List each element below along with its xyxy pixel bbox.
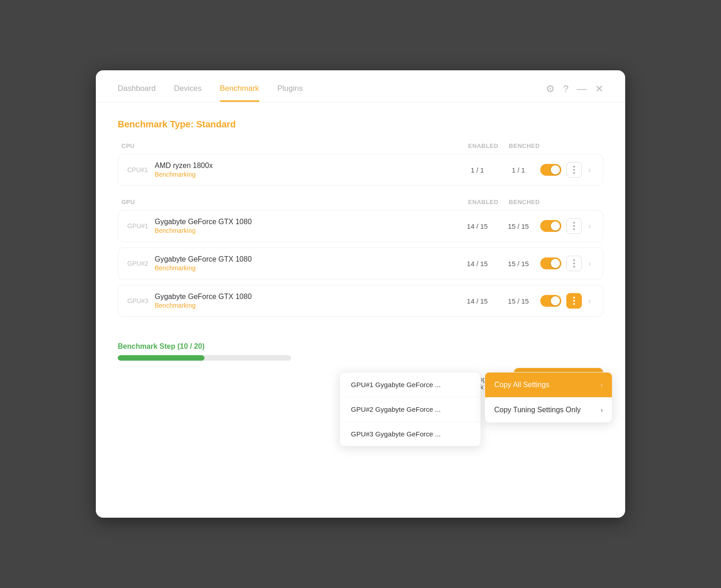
gpu2-chevron[interactable]: › — [585, 257, 594, 270]
cpu-row-1: CPU#1 AMD ryzen 1800x Benchmarking 1 / 1… — [118, 154, 603, 186]
cpu-benched-header: BENCHED — [504, 142, 545, 149]
gpu1-name: Gygabyte GeForce GTX 1080 — [155, 218, 457, 226]
nav-devices[interactable]: Devices — [174, 84, 201, 102]
gpu2-toggle[interactable] — [540, 257, 561, 269]
gpu-row-2: GPU#2 Gygabyte GeForce GTX 1080 Benchmar… — [118, 247, 603, 279]
gpu3-benched: 15 / 15 — [498, 297, 539, 305]
settings-icon[interactable]: ⚙ — [546, 83, 555, 95]
gpu1-benched: 15 / 15 — [498, 222, 539, 230]
minimize-icon[interactable]: — — [577, 83, 587, 95]
gpu2-name: Gygabyte GeForce GTX 1080 — [155, 255, 457, 263]
help-icon[interactable]: ? — [563, 83, 569, 95]
gpu1-status: Benchmarking — [155, 227, 457, 234]
nav-plugins[interactable]: Plugins — [277, 84, 303, 102]
gpu2-benched: 15 / 15 — [498, 260, 539, 268]
cpu-section-header: CPU ENABLED BENCHED — [118, 142, 603, 149]
nav-bar: Dashboard Devices Benchmark Plugins ⚙ ? … — [96, 70, 625, 103]
gpu2-toggle-wrap — [539, 257, 563, 269]
gpu-enabled-header: ENABLED — [463, 199, 504, 205]
gpu-row-1: GPU#1 Gygabyte GeForce GTX 1080 Benchmar… — [118, 210, 603, 242]
gpu1-toggle-wrap — [539, 220, 563, 232]
cpu1-toggle[interactable] — [540, 164, 561, 176]
gpu2-info: Gygabyte GeForce GTX 1080 Benchmarking — [155, 255, 457, 272]
main-window: Dashboard Devices Benchmark Plugins ⚙ ? … — [96, 70, 625, 518]
nav-links: Dashboard Devices Benchmark Plugins — [118, 84, 546, 102]
cpu-label: CPU — [121, 142, 463, 149]
gpu2-id: GPU#2 — [127, 260, 155, 267]
cpu1-dots-btn[interactable] — [566, 162, 582, 178]
copy-all-settings-btn[interactable]: Copy All Settings › — [485, 373, 612, 397]
gpu3-dots-btn[interactable] — [566, 293, 582, 309]
dropdown-overlay: GPU#1 Gygabyte GeForce ... GPU#2 Gygabyt… — [340, 372, 612, 448]
gpu1-enabled: 14 / 15 — [457, 222, 498, 230]
cpu1-name: AMD ryzen 1800x — [155, 162, 457, 170]
gpu-row-3: GPU#3 Gygabyte GeForce GTX 1080 Benchmar… — [118, 285, 603, 317]
nav-dashboard[interactable]: Dashboard — [118, 84, 156, 102]
content: Benchmark Type: Standard CPU ENABLED BEN… — [96, 103, 625, 317]
gpu-benched-header: BENCHED — [504, 199, 545, 205]
copy-tuning-chevron-icon: › — [601, 406, 603, 414]
cpu1-status: Benchmarking — [155, 171, 457, 178]
cpu1-enabled: 1 / 1 — [457, 166, 498, 174]
copy-all-chevron-icon: › — [601, 381, 603, 388]
benchmark-type: Benchmark Type: Standard — [118, 119, 603, 130]
cpu-enabled-header: ENABLED — [463, 142, 504, 149]
gpu1-toggle[interactable] — [540, 220, 561, 232]
cpu1-chevron[interactable]: › — [585, 163, 594, 177]
gpu1-chevron[interactable]: › — [585, 220, 594, 233]
gpu3-toggle[interactable] — [540, 295, 561, 307]
gpu-submenu-item-3[interactable]: GPU#3 Gygabyte GeForce ... — [340, 422, 481, 446]
cpu1-info: AMD ryzen 1800x Benchmarking — [155, 162, 457, 178]
benchmark-step-label: Benchmark Step (10 / 20) — [118, 342, 603, 351]
gpu3-status: Benchmarking — [155, 302, 457, 309]
progress-bar-fill — [118, 355, 204, 361]
close-icon[interactable]: ✕ — [595, 83, 603, 95]
nav-benchmark[interactable]: Benchmark — [220, 84, 259, 102]
cpu-section: CPU ENABLED BENCHED CPU#1 AMD ryzen 1800… — [118, 142, 603, 186]
nav-controls: ⚙ ? — ✕ — [546, 83, 603, 102]
gpu-label: GPU — [121, 199, 463, 205]
gpu3-enabled: 14 / 15 — [457, 297, 498, 305]
gpu-section-header: GPU ENABLED BENCHED — [118, 199, 603, 205]
gpu-submenu-item-2[interactable]: GPU#2 Gygabyte GeForce ... — [340, 397, 481, 422]
gpu2-enabled: 14 / 15 — [457, 260, 498, 268]
copy-menu: Copy All Settings › Copy Tuning Settings… — [485, 372, 612, 423]
progress-bar — [118, 355, 291, 361]
gpu-submenu-item-1[interactable]: GPU#1 Gygabyte GeForce ... — [340, 373, 481, 397]
gpu3-name: Gygabyte GeForce GTX 1080 — [155, 293, 457, 301]
gpu3-info: Gygabyte GeForce GTX 1080 Benchmarking — [155, 293, 457, 309]
cpu1-benched: 1 / 1 — [498, 166, 539, 174]
gpu2-dots-btn[interactable] — [566, 256, 582, 271]
gpu1-id: GPU#1 — [127, 222, 155, 230]
gpu3-toggle-wrap — [539, 295, 563, 307]
gpu1-info: Gygabyte GeForce GTX 1080 Benchmarking — [155, 218, 457, 234]
dropdown-row: GPU#1 Gygabyte GeForce ... GPU#2 Gygabyt… — [340, 372, 612, 448]
gpu1-dots-btn[interactable] — [566, 218, 582, 234]
gpu-section: GPU ENABLED BENCHED GPU#1 Gygabyte GeFor… — [118, 199, 603, 317]
cpu1-toggle-wrap — [539, 164, 563, 176]
copy-tuning-settings-btn[interactable]: Copy Tuning Settings Only › — [485, 398, 612, 422]
gpu2-status: Benchmarking — [155, 264, 457, 272]
gpu-submenu: GPU#1 Gygabyte GeForce ... GPU#2 Gygabyt… — [340, 372, 481, 446]
gpu3-chevron[interactable]: › — [585, 294, 594, 308]
cpu1-id: CPU#1 — [127, 166, 155, 173]
gpu3-id: GPU#3 — [127, 297, 155, 304]
